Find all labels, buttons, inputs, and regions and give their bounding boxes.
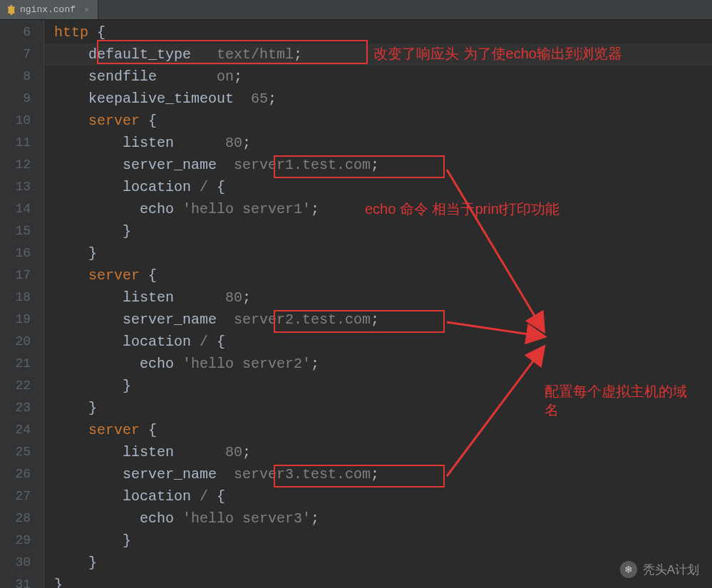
line-number: 9 <box>0 88 43 110</box>
line-number: 12 <box>0 154 43 176</box>
code-line: } <box>44 574 712 588</box>
code-line: location / { <box>44 176 712 198</box>
line-number: 7 <box>0 43 43 66</box>
line-number: 24 <box>0 419 43 441</box>
code-line: listen 80; <box>44 287 712 309</box>
code-line: } <box>44 552 712 574</box>
code-line: location / { <box>44 331 712 353</box>
line-number: 23 <box>0 397 43 419</box>
line-number: 6 <box>0 21 43 43</box>
code-line: sendfile on; <box>44 66 712 88</box>
code-line: server { <box>44 110 712 132</box>
line-number: 18 <box>0 287 43 309</box>
line-number: 17 <box>0 264 43 287</box>
code-line: listen 80; <box>44 441 712 463</box>
line-number: 27 <box>0 485 43 507</box>
code-line: server { <box>44 264 712 287</box>
line-number: 31 <box>0 574 43 588</box>
code-line: echo 'hello server3'; <box>44 507 712 530</box>
code-line: server_name server3.test.com; <box>44 463 712 485</box>
line-number: 26 <box>0 463 43 485</box>
code-line: location / { <box>44 485 712 507</box>
code-line: echo 'hello server2'; <box>44 353 712 375</box>
line-number: 29 <box>0 530 43 552</box>
code-line: listen 80; <box>44 132 712 154</box>
code-line: } <box>44 375 712 397</box>
gear-icon <box>6 5 16 15</box>
code-line: } <box>44 530 712 552</box>
code-line: server_name server2.test.com; <box>44 309 712 331</box>
line-number: 19 <box>0 309 43 331</box>
line-number: 15 <box>0 220 43 242</box>
line-number: 8 <box>0 66 43 88</box>
code-line: server { <box>44 419 712 441</box>
line-number: 11 <box>0 132 43 154</box>
line-number: 30 <box>0 552 43 574</box>
line-number: 22 <box>0 375 43 397</box>
line-number: 20 <box>0 331 43 353</box>
code-line: server_name server1.test.com; <box>44 154 712 176</box>
code-line: } <box>44 220 712 242</box>
code-line: echo 'hello server1'; <box>44 198 712 220</box>
code-line: } <box>44 242 712 264</box>
code-line: keepalive_timeout 65; <box>44 88 712 110</box>
line-number: 10 <box>0 110 43 132</box>
line-number-gutter: 6789101112131415161718192021222324252627… <box>0 20 44 588</box>
line-number: 25 <box>0 441 43 463</box>
watermark-text: 秃头A计划 <box>643 562 699 578</box>
file-tab[interactable]: nginx.conf ✕ <box>0 0 98 19</box>
tab-filename: nginx.conf <box>20 4 76 15</box>
code-line: http { <box>44 21 712 43</box>
close-icon[interactable]: ✕ <box>84 4 89 15</box>
code-line: } <box>44 397 712 419</box>
code-area[interactable]: http { default_type text/html; sendfile … <box>44 20 712 588</box>
watermark: ❄ 秃头A计划 <box>620 561 699 578</box>
tab-bar: nginx.conf ✕ <box>0 0 712 20</box>
line-number: 28 <box>0 507 43 530</box>
code-line: default_type text/html; <box>44 43 712 66</box>
line-number: 21 <box>0 353 43 375</box>
line-number: 13 <box>0 176 43 198</box>
snowflake-icon: ❄ <box>620 561 637 578</box>
line-number: 16 <box>0 242 43 264</box>
editor: 6789101112131415161718192021222324252627… <box>0 20 712 588</box>
line-number: 14 <box>0 198 43 220</box>
